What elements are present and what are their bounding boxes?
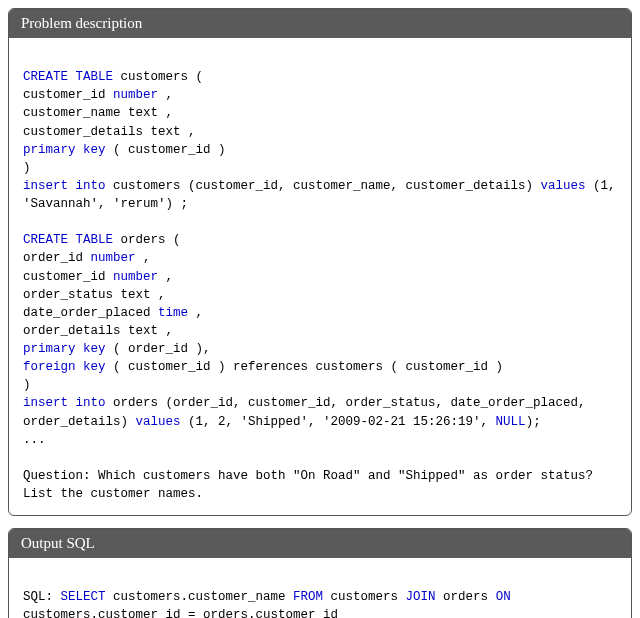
code-line: customer_id number , bbox=[23, 268, 617, 286]
code-line: customer_name text , bbox=[23, 104, 617, 122]
code-line: order_status text , bbox=[23, 286, 617, 304]
code-line bbox=[23, 213, 617, 231]
code-line: Question: Which customers have both "On … bbox=[23, 467, 617, 503]
code-line: ... bbox=[23, 431, 617, 449]
code-line: primary key ( order_id ), bbox=[23, 340, 617, 358]
problem-title: Problem description bbox=[9, 9, 631, 38]
output-panel: Output SQL SQL: SELECT customers.custome… bbox=[8, 528, 632, 618]
code-line: ) bbox=[23, 376, 617, 394]
code-line: SQL: SELECT customers.customer_name FROM… bbox=[23, 588, 617, 618]
code-line: ) bbox=[23, 159, 617, 177]
output-body: SQL: SELECT customers.customer_name FROM… bbox=[9, 558, 631, 618]
code-line bbox=[23, 50, 617, 68]
code-line: customer_id number , bbox=[23, 86, 617, 104]
code-line: insert into customers (customer_id, cust… bbox=[23, 177, 617, 213]
code-line: order_details text , bbox=[23, 322, 617, 340]
problem-body: CREATE TABLE customers (customer_id numb… bbox=[9, 38, 631, 515]
code-line: customer_details text , bbox=[23, 123, 617, 141]
code-line: order_id number , bbox=[23, 249, 617, 267]
code-line bbox=[23, 570, 617, 588]
code-line: foreign key ( customer_id ) references c… bbox=[23, 358, 617, 376]
code-line: date_order_placed time , bbox=[23, 304, 617, 322]
code-line: CREATE TABLE customers ( bbox=[23, 68, 617, 86]
code-line bbox=[23, 449, 617, 467]
code-line: primary key ( customer_id ) bbox=[23, 141, 617, 159]
code-line: insert into orders (order_id, customer_i… bbox=[23, 394, 617, 430]
problem-panel: Problem description CREATE TABLE custome… bbox=[8, 8, 632, 516]
code-line: CREATE TABLE orders ( bbox=[23, 231, 617, 249]
output-title: Output SQL bbox=[9, 529, 631, 558]
